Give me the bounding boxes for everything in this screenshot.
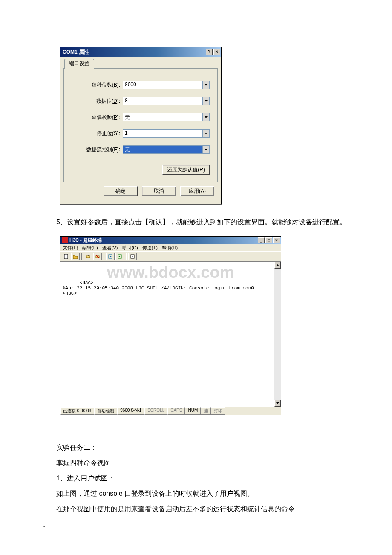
close-icon[interactable]: × bbox=[273, 237, 280, 243]
menu-view[interactable]: 查看(V) bbox=[102, 245, 118, 251]
watermark-text: www.bdocx.com bbox=[107, 263, 274, 282]
paragraph-step-5: 5、设置好参数后，直接点击【确认】，就能够进入到如下的设置界面。就能够对设备进行… bbox=[43, 216, 349, 228]
svg-rect-5 bbox=[64, 254, 68, 259]
menubar: 文件(F) 编辑(E) 查看(V) 呼叫(C) 传送(T) 帮助(H) bbox=[60, 244, 281, 251]
menu-transfer[interactable]: 传送(T) bbox=[142, 245, 158, 251]
scroll-up-icon[interactable] bbox=[274, 262, 281, 269]
help-icon[interactable]: ? bbox=[206, 49, 213, 55]
dialog-titlebar[interactable]: COM1 属性 ? × bbox=[60, 47, 221, 57]
stopbits-select[interactable]: 1 bbox=[123, 129, 210, 138]
app-icon bbox=[62, 237, 68, 243]
status-mode: 9600 8-N-1 bbox=[117, 407, 144, 415]
menu-edit[interactable]: 编辑(E) bbox=[82, 245, 98, 251]
terminal-titlebar[interactable]: H3C - 超级终端 _ □ × bbox=[60, 237, 281, 244]
svg-marker-19 bbox=[276, 402, 279, 404]
open-icon[interactable] bbox=[71, 253, 80, 260]
databits-select[interactable]: 8 bbox=[123, 97, 210, 105]
vertical-scrollbar[interactable] bbox=[274, 262, 281, 407]
svg-marker-2 bbox=[205, 116, 208, 118]
svg-rect-15 bbox=[131, 255, 134, 258]
minimize-icon[interactable]: _ bbox=[258, 237, 265, 243]
chevron-down-icon[interactable] bbox=[202, 145, 210, 154]
svg-marker-0 bbox=[205, 84, 208, 86]
svg-marker-12 bbox=[110, 256, 112, 257]
status-auto: 自动检测 bbox=[94, 407, 117, 415]
status-num: NUM bbox=[185, 407, 201, 415]
databits-label: 数据位(D): bbox=[72, 98, 123, 105]
chevron-down-icon[interactable] bbox=[202, 81, 210, 89]
console-text: <H3C> %Apr 22 15:29:05:340 2008 H3C SHEL… bbox=[63, 280, 254, 296]
new-icon[interactable] bbox=[62, 253, 70, 260]
stopbits-label: 停止位(S): bbox=[72, 130, 123, 137]
com1-properties-dialog: COM1 属性 ? × 端口设置 每秒位数(B): 9600 数据位(D): 8 bbox=[60, 47, 222, 204]
apply-button[interactable]: 应用(A) bbox=[180, 186, 214, 196]
baud-select[interactable]: 9600 bbox=[123, 81, 210, 89]
flowcontrol-label: 数据流控制(F): bbox=[72, 146, 123, 153]
status-caps: CAPS bbox=[167, 407, 185, 415]
svg-marker-14 bbox=[118, 256, 120, 257]
status-scroll: SCROLL bbox=[144, 407, 167, 415]
scroll-down-icon[interactable] bbox=[274, 400, 281, 407]
restore-defaults-button[interactable]: 还原为默认值(R) bbox=[162, 165, 210, 175]
terminal-title: H3C - 超级终端 bbox=[69, 237, 102, 243]
ok-button[interactable]: 确定 bbox=[104, 186, 138, 196]
step1-desc: 在那个视图中使用的是用来查看设备启动后差不多的运行状态和统计信息的命令 bbox=[43, 502, 349, 516]
hyperterminal-window: H3C - 超级终端 _ □ × 文件(F) 编辑(E) 查看(V) 呼叫(C)… bbox=[60, 236, 281, 415]
toolbar bbox=[60, 251, 281, 262]
menu-file[interactable]: 文件(F) bbox=[63, 245, 78, 251]
terminal-output[interactable]: www.bdocx.com <H3C> %Apr 22 15:29:05:340… bbox=[60, 262, 274, 407]
svg-marker-1 bbox=[205, 100, 208, 102]
baud-label: 每秒位数(B): bbox=[72, 81, 123, 89]
step1-title: 1、进入用户试图： bbox=[43, 471, 349, 485]
disconnect-icon[interactable] bbox=[93, 253, 102, 260]
chevron-down-icon[interactable] bbox=[202, 113, 210, 121]
parity-label: 奇偶校验(P): bbox=[72, 114, 123, 121]
trailing-punct: 。 bbox=[43, 517, 349, 531]
svg-marker-4 bbox=[205, 149, 208, 150]
maximize-icon[interactable]: □ bbox=[265, 237, 272, 243]
status-bar: 已连接 0:00:08 自动检测 9600 8-N-1 SCROLL CAPS … bbox=[60, 407, 281, 415]
task-line: 掌握四种命令视图 bbox=[43, 456, 349, 470]
flowcontrol-select[interactable]: 无 bbox=[123, 145, 210, 154]
svg-marker-3 bbox=[205, 133, 208, 134]
status-capture: 捕 bbox=[201, 407, 211, 415]
status-print: 打印 bbox=[211, 407, 225, 415]
parity-select[interactable]: 无 bbox=[123, 113, 210, 121]
step1-line: 如上图，通过 console 口登录到设备上的时候就进入了用户视图。 bbox=[43, 487, 349, 500]
close-icon[interactable]: × bbox=[213, 49, 220, 55]
task-title: 实验任务二： bbox=[43, 441, 349, 454]
send-icon[interactable] bbox=[106, 253, 115, 260]
chevron-down-icon[interactable] bbox=[202, 129, 210, 138]
menu-call[interactable]: 呼叫(C) bbox=[122, 245, 138, 251]
status-connection: 已连接 0:00:08 bbox=[60, 407, 94, 415]
receive-icon[interactable] bbox=[115, 253, 124, 260]
tab-port-settings[interactable]: 端口设置 bbox=[64, 59, 94, 69]
dialog-title: COM1 属性 bbox=[63, 49, 89, 56]
connect-icon[interactable] bbox=[84, 253, 92, 260]
chevron-down-icon[interactable] bbox=[202, 97, 210, 105]
svg-rect-7 bbox=[86, 256, 90, 258]
svg-marker-18 bbox=[276, 264, 279, 266]
svg-marker-6 bbox=[73, 255, 78, 259]
menu-help[interactable]: 帮助(H) bbox=[162, 245, 178, 251]
cancel-button[interactable]: 取消 bbox=[142, 186, 176, 196]
properties-icon[interactable] bbox=[128, 253, 137, 260]
